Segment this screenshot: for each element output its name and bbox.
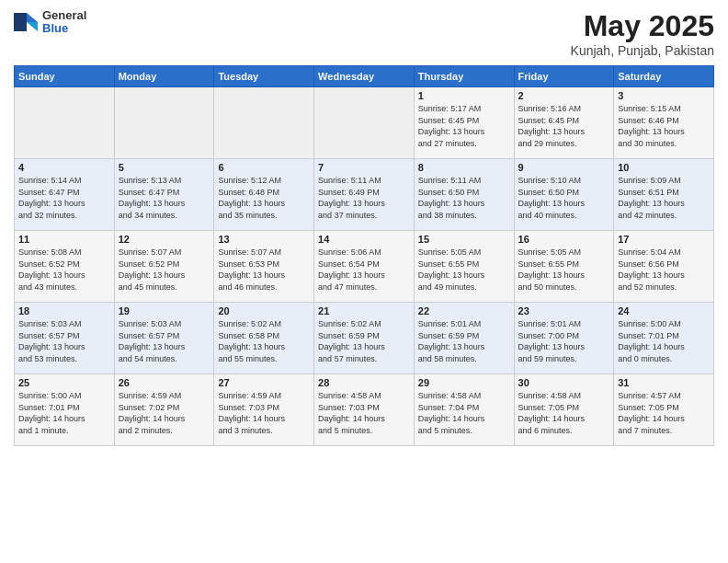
day-info: Sunrise: 4:58 AM Sunset: 7:04 PM Dayligh… — [418, 390, 510, 436]
calendar-cell: 19Sunrise: 5:03 AM Sunset: 6:57 PM Dayli… — [114, 303, 214, 374]
day-info: Sunrise: 5:02 AM Sunset: 6:59 PM Dayligh… — [318, 318, 410, 364]
calendar-cell: 26Sunrise: 4:59 AM Sunset: 7:02 PM Dayli… — [114, 374, 214, 446]
day-info: Sunrise: 5:01 AM Sunset: 7:00 PM Dayligh… — [518, 318, 610, 364]
day-number: 26 — [119, 377, 210, 388]
week-row-2: 4Sunrise: 5:14 AM Sunset: 6:47 PM Daylig… — [15, 159, 714, 231]
day-info: Sunrise: 5:14 AM Sunset: 6:47 PM Dayligh… — [18, 175, 110, 221]
day-info: Sunrise: 5:09 AM Sunset: 6:51 PM Dayligh… — [618, 175, 710, 221]
day-info: Sunrise: 5:05 AM Sunset: 6:55 PM Dayligh… — [518, 247, 610, 293]
calendar-header: SundayMondayTuesdayWednesdayThursdayFrid… — [15, 66, 714, 87]
day-info: Sunrise: 5:01 AM Sunset: 6:59 PM Dayligh… — [418, 318, 510, 364]
day-number: 29 — [418, 377, 510, 388]
calendar-cell: 5Sunrise: 5:13 AM Sunset: 6:47 PM Daylig… — [114, 159, 214, 231]
header-day-monday: Monday — [114, 66, 214, 87]
calendar-cell: 22Sunrise: 5:01 AM Sunset: 6:59 PM Dayli… — [414, 303, 514, 374]
day-info: Sunrise: 5:05 AM Sunset: 6:55 PM Dayligh… — [418, 247, 510, 293]
calendar-cell — [114, 87, 214, 159]
calendar-cell: 9Sunrise: 5:10 AM Sunset: 6:50 PM Daylig… — [514, 159, 614, 231]
calendar-cell: 29Sunrise: 4:58 AM Sunset: 7:04 PM Dayli… — [414, 374, 514, 446]
day-number: 21 — [318, 305, 410, 316]
day-info: Sunrise: 5:13 AM Sunset: 6:47 PM Dayligh… — [119, 175, 210, 221]
day-info: Sunrise: 5:00 AM Sunset: 7:01 PM Dayligh… — [618, 318, 710, 364]
week-row-3: 11Sunrise: 5:08 AM Sunset: 6:52 PM Dayli… — [15, 231, 714, 303]
day-number: 19 — [119, 305, 210, 316]
day-info: Sunrise: 5:15 AM Sunset: 6:46 PM Dayligh… — [618, 103, 710, 149]
day-info: Sunrise: 4:58 AM Sunset: 7:05 PM Dayligh… — [518, 390, 610, 436]
day-number: 20 — [218, 305, 310, 316]
svg-rect-3 — [14, 13, 27, 31]
day-number: 23 — [518, 305, 610, 316]
calendar-cell: 6Sunrise: 5:12 AM Sunset: 6:48 PM Daylig… — [214, 159, 314, 231]
calendar-cell: 18Sunrise: 5:03 AM Sunset: 6:57 PM Dayli… — [15, 303, 115, 374]
logo: General Blue — [14, 9, 86, 36]
day-number: 9 — [518, 162, 610, 173]
header-row: SundayMondayTuesdayWednesdayThursdayFrid… — [15, 66, 714, 87]
header-day-saturday: Saturday — [614, 66, 714, 87]
day-number: 30 — [518, 377, 610, 388]
calendar-cell — [15, 87, 115, 159]
calendar-cell: 4Sunrise: 5:14 AM Sunset: 6:47 PM Daylig… — [15, 159, 115, 231]
day-number: 17 — [618, 234, 710, 245]
header: General Blue May 2025 Kunjah, Punjab, Pa… — [14, 9, 714, 58]
day-number: 4 — [18, 162, 110, 173]
title-block: May 2025 Kunjah, Punjab, Pakistan — [571, 9, 714, 58]
day-number: 24 — [618, 305, 710, 316]
day-info: Sunrise: 5:03 AM Sunset: 6:57 PM Dayligh… — [18, 318, 110, 364]
calendar-cell: 24Sunrise: 5:00 AM Sunset: 7:01 PM Dayli… — [614, 303, 714, 374]
calendar-body: 1Sunrise: 5:17 AM Sunset: 6:45 PM Daylig… — [15, 87, 714, 446]
logo-text: General Blue — [42, 9, 86, 36]
day-info: Sunrise: 4:59 AM Sunset: 7:03 PM Dayligh… — [218, 390, 310, 436]
day-number: 5 — [119, 162, 210, 173]
calendar-cell: 16Sunrise: 5:05 AM Sunset: 6:55 PM Dayli… — [514, 231, 614, 303]
day-number: 7 — [318, 162, 410, 173]
header-day-tuesday: Tuesday — [214, 66, 314, 87]
day-info: Sunrise: 4:57 AM Sunset: 7:05 PM Dayligh… — [618, 390, 710, 436]
day-info: Sunrise: 5:00 AM Sunset: 7:01 PM Dayligh… — [18, 390, 110, 436]
day-info: Sunrise: 4:58 AM Sunset: 7:03 PM Dayligh… — [318, 390, 410, 436]
calendar-cell: 12Sunrise: 5:07 AM Sunset: 6:52 PM Dayli… — [114, 231, 214, 303]
day-info: Sunrise: 5:10 AM Sunset: 6:50 PM Dayligh… — [518, 175, 610, 221]
day-number: 12 — [119, 234, 210, 245]
calendar-cell — [314, 87, 415, 159]
header-day-friday: Friday — [514, 66, 614, 87]
week-row-5: 25Sunrise: 5:00 AM Sunset: 7:01 PM Dayli… — [15, 374, 714, 446]
day-info: Sunrise: 5:02 AM Sunset: 6:58 PM Dayligh… — [218, 318, 310, 364]
day-info: Sunrise: 5:12 AM Sunset: 6:48 PM Dayligh… — [218, 175, 310, 221]
day-number: 18 — [18, 305, 110, 316]
day-number: 3 — [618, 90, 710, 101]
day-info: Sunrise: 5:17 AM Sunset: 6:45 PM Dayligh… — [418, 103, 510, 149]
day-number: 16 — [518, 234, 610, 245]
day-info: Sunrise: 5:07 AM Sunset: 6:53 PM Dayligh… — [218, 247, 310, 293]
calendar-cell: 17Sunrise: 5:04 AM Sunset: 6:56 PM Dayli… — [614, 231, 714, 303]
calendar-cell: 7Sunrise: 5:11 AM Sunset: 6:49 PM Daylig… — [314, 159, 415, 231]
location: Kunjah, Punjab, Pakistan — [571, 43, 714, 58]
calendar-table: SundayMondayTuesdayWednesdayThursdayFrid… — [14, 65, 714, 446]
day-number: 10 — [618, 162, 710, 173]
calendar-cell: 31Sunrise: 4:57 AM Sunset: 7:05 PM Dayli… — [614, 374, 714, 446]
week-row-1: 1Sunrise: 5:17 AM Sunset: 6:45 PM Daylig… — [15, 87, 714, 159]
header-day-sunday: Sunday — [15, 66, 115, 87]
day-info: Sunrise: 5:03 AM Sunset: 6:57 PM Dayligh… — [119, 318, 210, 364]
page: General Blue May 2025 Kunjah, Punjab, Pa… — [0, 0, 728, 563]
day-number: 28 — [318, 377, 410, 388]
day-info: Sunrise: 5:08 AM Sunset: 6:52 PM Dayligh… — [18, 247, 110, 293]
day-number: 11 — [18, 234, 110, 245]
calendar-cell: 20Sunrise: 5:02 AM Sunset: 6:58 PM Dayli… — [214, 303, 314, 374]
day-number: 22 — [418, 305, 510, 316]
day-number: 8 — [418, 162, 510, 173]
calendar-cell: 30Sunrise: 4:58 AM Sunset: 7:05 PM Dayli… — [514, 374, 614, 446]
day-number: 6 — [218, 162, 310, 173]
calendar-cell: 21Sunrise: 5:02 AM Sunset: 6:59 PM Dayli… — [314, 303, 415, 374]
day-info: Sunrise: 5:11 AM Sunset: 6:50 PM Dayligh… — [418, 175, 510, 221]
day-info: Sunrise: 4:59 AM Sunset: 7:02 PM Dayligh… — [119, 390, 210, 436]
day-number: 13 — [218, 234, 310, 245]
week-row-4: 18Sunrise: 5:03 AM Sunset: 6:57 PM Dayli… — [15, 303, 714, 374]
day-number: 2 — [518, 90, 610, 101]
day-number: 25 — [18, 377, 110, 388]
logo-general-label: General — [42, 9, 86, 22]
calendar-cell — [214, 87, 314, 159]
calendar-cell: 8Sunrise: 5:11 AM Sunset: 6:50 PM Daylig… — [414, 159, 514, 231]
calendar-cell: 14Sunrise: 5:06 AM Sunset: 6:54 PM Dayli… — [314, 231, 415, 303]
calendar-cell: 13Sunrise: 5:07 AM Sunset: 6:53 PM Dayli… — [214, 231, 314, 303]
day-number: 15 — [418, 234, 510, 245]
